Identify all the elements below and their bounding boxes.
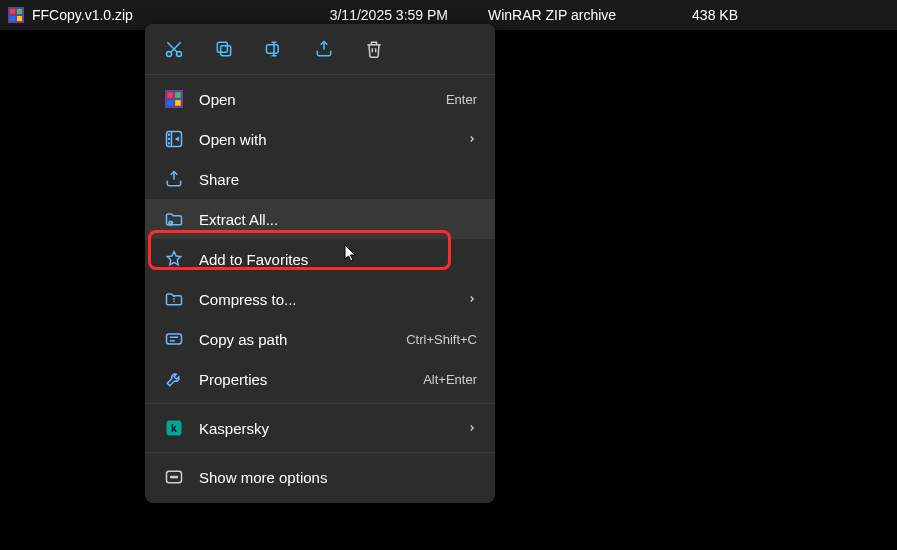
menu-label: Show more options: [199, 469, 477, 486]
chevron-right-icon: [467, 423, 477, 433]
menu-shortcut: Ctrl+Shift+C: [406, 332, 477, 347]
wrench-icon: [163, 368, 185, 390]
svg-rect-2: [17, 9, 22, 14]
svg-rect-20: [167, 334, 182, 344]
menu-label: Copy as path: [199, 331, 396, 348]
kaspersky-icon: k: [163, 417, 185, 439]
svg-rect-8: [217, 42, 227, 52]
copy-icon[interactable]: [213, 38, 235, 60]
svg-point-18: [169, 143, 170, 144]
svg-point-5: [167, 52, 172, 57]
menu-open[interactable]: Open Enter: [145, 79, 495, 119]
rename-icon[interactable]: [263, 38, 285, 60]
svg-rect-3: [10, 16, 15, 21]
menu-copy-path[interactable]: Copy as path Ctrl+Shift+C: [145, 319, 495, 359]
svg-rect-7: [221, 46, 231, 56]
separator: [145, 403, 495, 404]
winrar-app-icon: [163, 88, 185, 110]
separator: [145, 452, 495, 453]
svg-rect-11: [167, 92, 173, 98]
menu-label: Properties: [199, 371, 413, 388]
star-icon: [163, 248, 185, 270]
menu-label: Open: [199, 91, 436, 108]
open-with-icon: [163, 128, 185, 150]
chevron-right-icon: [467, 134, 477, 144]
svg-rect-1: [10, 9, 15, 14]
quick-actions-row: [145, 30, 495, 70]
menu-label: Share: [199, 171, 477, 188]
svg-rect-14: [175, 100, 181, 106]
menu-show-more[interactable]: Show more options: [145, 457, 495, 497]
chevron-right-icon: [467, 294, 477, 304]
zip-folder-icon: [163, 288, 185, 310]
svg-text:k: k: [171, 422, 177, 434]
share-arc-icon: [163, 168, 185, 190]
menu-label: Kaspersky: [199, 420, 457, 437]
file-name: FFCopy.v1.0.zip: [32, 7, 133, 23]
menu-extract-all[interactable]: Extract All...: [145, 199, 495, 239]
menu-open-with[interactable]: Open with: [145, 119, 495, 159]
menu-kaspersky[interactable]: k Kaspersky: [145, 408, 495, 448]
cut-icon[interactable]: [163, 38, 185, 60]
separator: [145, 74, 495, 75]
svg-rect-4: [17, 16, 22, 21]
svg-point-6: [177, 52, 182, 57]
winrar-zip-icon: [8, 7, 24, 23]
menu-label: Compress to...: [199, 291, 457, 308]
svg-rect-13: [167, 100, 173, 106]
svg-point-25: [173, 476, 175, 478]
svg-point-26: [176, 476, 178, 478]
svg-point-24: [171, 476, 173, 478]
svg-rect-12: [175, 92, 181, 98]
menu-share[interactable]: Share: [145, 159, 495, 199]
file-type: WinRAR ZIP archive: [488, 7, 668, 23]
extract-folder-icon: [163, 208, 185, 230]
menu-label: Extract All...: [199, 211, 477, 228]
file-size: 438 KB: [668, 7, 738, 23]
menu-compress-to[interactable]: Compress to...: [145, 279, 495, 319]
menu-properties[interactable]: Properties Alt+Enter: [145, 359, 495, 399]
menu-shortcut: Alt+Enter: [423, 372, 477, 387]
menu-label: Open with: [199, 131, 457, 148]
file-date: 3/11/2025 3:59 PM: [308, 7, 488, 23]
menu-shortcut: Enter: [446, 92, 477, 107]
copy-path-icon: [163, 328, 185, 350]
menu-label: Add to Favorites: [199, 251, 477, 268]
menu-add-favorites[interactable]: Add to Favorites: [145, 239, 495, 279]
share-icon[interactable]: [313, 38, 335, 60]
svg-point-16: [169, 134, 170, 135]
svg-rect-9: [267, 45, 279, 53]
delete-icon[interactable]: [363, 38, 385, 60]
svg-point-17: [169, 139, 170, 140]
more-options-icon: [163, 466, 185, 488]
context-menu: Open Enter Open with Share Extract All..…: [145, 24, 495, 503]
